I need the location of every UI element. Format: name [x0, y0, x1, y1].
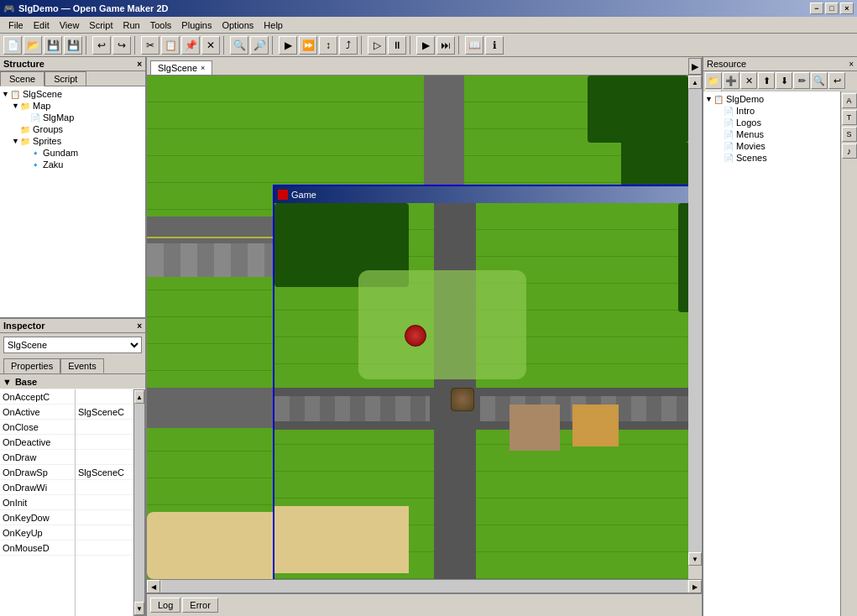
- toolbar-b4[interactable]: ⤴: [339, 36, 358, 55]
- h-scroll-track[interactable]: [162, 580, 687, 593]
- event-val-onacceptc[interactable]: [76, 389, 133, 405]
- toolbar-b3[interactable]: ↕: [319, 36, 337, 55]
- close-button[interactable]: ×: [840, 3, 854, 14]
- res-btn-down[interactable]: ⬇: [776, 72, 792, 89]
- inspector-close-button[interactable]: ×: [137, 321, 142, 331]
- tab-script[interactable]: Script: [44, 71, 86, 86]
- tree-item-sprites[interactable]: ▼ 📁 Sprites: [2, 135, 144, 147]
- toolbar-zoom-out[interactable]: 🔎: [250, 36, 269, 55]
- event-val-onkeyup[interactable]: [76, 525, 133, 540]
- log-button[interactable]: Log: [150, 598, 180, 613]
- tree-item-zaku[interactable]: 🔹 Zaku: [2, 159, 144, 170]
- event-val-ondraw[interactable]: [76, 450, 133, 465]
- res-side-s[interactable]: S: [842, 127, 857, 142]
- toolbar-save2[interactable]: 💾: [64, 36, 82, 55]
- inspector-object-select[interactable]: SlgScene: [3, 337, 142, 353]
- event-onkeyup[interactable]: OnKeyUp: [0, 525, 75, 540]
- event-ondrawwi[interactable]: OnDrawWi: [0, 480, 75, 495]
- toolbar-pause[interactable]: ⏸: [388, 36, 406, 55]
- res-side-music[interactable]: ♪: [842, 144, 857, 159]
- game-content[interactable]: [274, 203, 688, 579]
- menu-tools[interactable]: Tools: [145, 18, 177, 32]
- event-ondraw[interactable]: OnDraw: [0, 450, 75, 465]
- menu-help[interactable]: Help: [259, 18, 288, 32]
- h-scroll-left[interactable]: ◀: [147, 580, 160, 593]
- scene-scroll-track-v[interactable]: [688, 89, 702, 552]
- menu-run[interactable]: Run: [118, 18, 144, 32]
- toolbar-redo[interactable]: ↪: [112, 36, 131, 55]
- menu-view[interactable]: View: [55, 18, 85, 32]
- toolbar-b5[interactable]: ▶: [416, 36, 435, 55]
- res-side-t[interactable]: T: [842, 110, 857, 125]
- maximize-button[interactable]: □: [825, 3, 839, 14]
- toolbar-zoom-in[interactable]: 🔍: [230, 36, 248, 55]
- res-btn-delete[interactable]: ✕: [740, 72, 757, 89]
- resource-close-button[interactable]: ×: [849, 60, 854, 69]
- menu-script[interactable]: Script: [84, 18, 118, 32]
- res-item-logos[interactable]: 📄 Logos: [705, 117, 839, 128]
- event-onkeydow[interactable]: OnKeyDow: [0, 510, 75, 525]
- events-scrollbar[interactable]: ▲ ▼: [133, 389, 145, 616]
- scene-scroll-right[interactable]: ▶: [688, 58, 702, 75]
- event-val-onclose[interactable]: [76, 420, 133, 435]
- event-val-ondeactive[interactable]: [76, 435, 133, 450]
- event-onclose[interactable]: OnClose: [0, 420, 75, 435]
- res-btn-back[interactable]: ↩: [828, 72, 845, 89]
- tile-map[interactable]: Game _ □ ×: [147, 76, 688, 579]
- menu-plugins[interactable]: Plugins: [176, 18, 217, 32]
- event-onmoused[interactable]: OnMouseD: [0, 540, 75, 556]
- scene-scroll-down[interactable]: ▼: [688, 552, 702, 566]
- toolbar-b2[interactable]: ⏩: [299, 36, 317, 55]
- tab-scene[interactable]: Scene: [0, 71, 44, 86]
- toolbar-b6[interactable]: ⏭: [436, 36, 455, 55]
- scene-tab-slgscene[interactable]: SlgScene ×: [150, 60, 212, 75]
- res-btn-add[interactable]: ➕: [723, 72, 739, 89]
- event-val-oninit[interactable]: [76, 495, 133, 510]
- res-btn-edit[interactable]: ✏: [793, 72, 810, 89]
- menu-options[interactable]: Options: [217, 18, 259, 32]
- toolbar-info[interactable]: ℹ: [485, 36, 504, 55]
- res-item-movies[interactable]: 📄 Movies: [705, 140, 839, 152]
- toolbar-help[interactable]: 📖: [465, 36, 483, 55]
- toolbar-cut[interactable]: ✂: [141, 36, 159, 55]
- tree-item-slgscene[interactable]: ▼ 📋 SlgScene: [2, 88, 144, 100]
- res-item-slgdemo[interactable]: ▼ 📋 SlgDemo: [705, 93, 839, 105]
- event-onacceptc[interactable]: OnAcceptC: [0, 389, 75, 405]
- toolbar-paste[interactable]: 📌: [181, 36, 200, 55]
- res-btn-up[interactable]: ⬆: [758, 72, 775, 89]
- event-val-onmoused[interactable]: [76, 540, 133, 556]
- toolbar-play[interactable]: ▷: [368, 36, 386, 55]
- scroll-up-button[interactable]: ▲: [134, 390, 144, 404]
- h-scroll-right[interactable]: ▶: [688, 580, 702, 593]
- scene-scrollbar-v[interactable]: ▲ ▼: [688, 76, 702, 566]
- res-side-a[interactable]: A: [842, 93, 857, 108]
- tree-item-map[interactable]: ▼ 📁 Map: [2, 100, 144, 112]
- event-ondrawsp[interactable]: OnDrawSp: [0, 465, 75, 480]
- tab-properties[interactable]: Properties: [3, 358, 60, 373]
- menu-file[interactable]: File: [3, 18, 29, 32]
- res-btn-search[interactable]: 🔍: [811, 72, 828, 89]
- tree-item-groups[interactable]: 📁 Groups: [2, 123, 144, 135]
- scroll-track[interactable]: [134, 404, 144, 602]
- tab-events[interactable]: Events: [60, 358, 104, 373]
- event-ondeactive[interactable]: OnDeactive: [0, 435, 75, 450]
- scene-scroll-up[interactable]: ▲: [688, 76, 702, 89]
- tree-item-gundam[interactable]: 🔹 Gundam: [2, 147, 144, 159]
- scroll-down-button[interactable]: ▼: [134, 602, 144, 615]
- res-item-menus[interactable]: 📄 Menus: [705, 128, 839, 140]
- event-val-onkeydow[interactable]: [76, 510, 133, 525]
- event-oninit[interactable]: OnInit: [0, 495, 75, 510]
- toolbar-delete[interactable]: ✕: [201, 36, 220, 55]
- toolbar-undo[interactable]: ↩: [92, 36, 111, 55]
- scene-tab-close-button[interactable]: ×: [201, 64, 205, 72]
- toolbar-new[interactable]: 📄: [3, 36, 22, 55]
- toolbar-b1[interactable]: ▶: [279, 36, 297, 55]
- menu-edit[interactable]: Edit: [29, 18, 55, 32]
- error-button[interactable]: Error: [182, 598, 217, 613]
- res-item-scenes[interactable]: 📄 Scenes: [705, 152, 839, 164]
- event-val-onactive[interactable]: SlgSceneC: [76, 405, 133, 420]
- res-item-intro[interactable]: 📄 Intro: [705, 105, 839, 117]
- res-btn-new[interactable]: 📁: [705, 72, 722, 89]
- event-val-ondrawwi[interactable]: [76, 480, 133, 495]
- minimize-button[interactable]: −: [810, 3, 823, 14]
